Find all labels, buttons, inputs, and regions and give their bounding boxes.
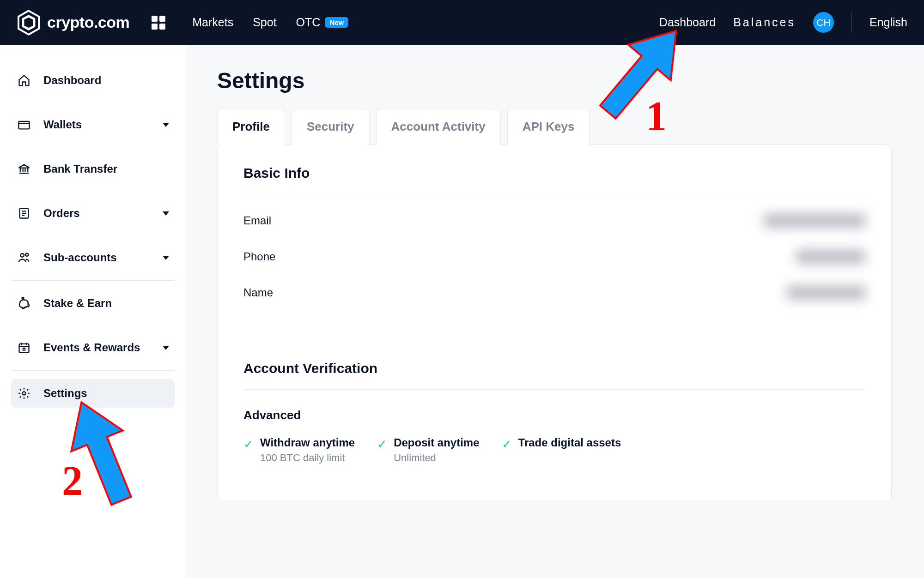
advanced-sublabel: 100 BTC daily limit [260, 452, 355, 464]
sidebar-item-wallets[interactable]: Wallets [11, 110, 175, 139]
advanced-title: Advanced [243, 408, 865, 422]
app-switcher-icon[interactable] [152, 16, 165, 30]
sidebar-item-sub-accounts[interactable]: Sub-accounts [11, 243, 175, 272]
settings-tabs: Profile Security Account Activity API Ke… [217, 109, 892, 145]
basic-info-title: Basic Info [243, 165, 865, 181]
home-icon [17, 73, 31, 88]
advanced-item-withdraw: ✓ Withdraw anytime 100 BTC daily limit [243, 436, 355, 464]
field-label-phone: Phone [243, 250, 275, 263]
page-title: Settings [217, 68, 892, 93]
brand-logo-icon [17, 9, 41, 36]
field-label-name: Name [243, 286, 273, 299]
nav-link-otc[interactable]: OTC New [296, 16, 349, 29]
sidebar-item-bank-transfer[interactable]: Bank Transfer [11, 155, 175, 183]
sidebar-item-events-rewards[interactable]: Events & Rewards [11, 333, 175, 362]
sidebar-item-label: Bank Transfer [43, 163, 117, 175]
top-nav-right: Dashboard Balances CH English [659, 12, 907, 33]
nav-link-spot[interactable]: Spot [253, 16, 276, 29]
divider [243, 195, 865, 195]
wallet-icon [17, 117, 31, 132]
field-value-phone-redacted [796, 250, 865, 264]
language-selector[interactable]: English [869, 16, 907, 29]
piggy-icon [17, 296, 31, 311]
account-verification-title: Account Verification [243, 361, 865, 376]
gear-icon [17, 386, 31, 401]
badge-new: New [325, 17, 348, 28]
nav-link-dashboard[interactable]: Dashboard [659, 16, 716, 29]
avatar[interactable]: CH [813, 12, 834, 33]
nav-link-otc-label: OTC [296, 16, 321, 29]
tab-security[interactable]: Security [292, 109, 370, 145]
svg-point-9 [23, 392, 26, 395]
top-nav-left: crypto.com Markets Spot OTC New [17, 9, 348, 36]
sidebar-item-label: Wallets [43, 118, 82, 131]
users-icon [17, 250, 31, 265]
advanced-sublabel: Unlimited [394, 452, 479, 464]
svg-marker-2 [24, 17, 33, 28]
top-nav-links: Markets Spot OTC New [192, 16, 348, 29]
sidebar-item-dashboard[interactable]: Dashboard [11, 66, 175, 95]
chevron-down-icon [163, 123, 169, 127]
advanced-item-deposit: ✓ Deposit anytime Unlimited [377, 436, 479, 464]
chevron-down-icon [163, 256, 169, 260]
brand-logo[interactable]: crypto.com [17, 9, 129, 36]
field-row-email: Email [243, 214, 865, 228]
advanced-item-trade: ✓ Trade digital assets [502, 436, 621, 464]
advanced-features-row: ✓ Withdraw anytime 100 BTC daily limit ✓… [243, 436, 865, 464]
field-value-name-redacted [787, 286, 865, 300]
sidebar-item-label: Dashboard [43, 74, 101, 87]
calendar-star-icon [17, 340, 31, 355]
check-icon: ✓ [377, 437, 387, 452]
svg-point-5 [21, 253, 24, 257]
sidebar-item-label: Events & Rewards [43, 341, 140, 354]
advanced-label: Trade digital assets [518, 436, 621, 449]
sidebar-item-orders[interactable]: Orders [11, 199, 175, 228]
sidebar-item-label: Settings [43, 387, 87, 400]
sidebar-item-stake-earn[interactable]: Stake & Earn [11, 289, 175, 318]
brand-logo-text: crypto.com [47, 13, 129, 31]
sidebar-item-label: Sub-accounts [43, 251, 117, 264]
tab-api-keys[interactable]: API Keys [507, 109, 590, 145]
tab-account-activity[interactable]: Account Activity [376, 109, 501, 145]
bank-icon [17, 162, 31, 176]
advanced-label: Withdraw anytime [260, 436, 355, 449]
main-content: Settings Profile Security Account Activi… [186, 45, 924, 578]
svg-rect-3 [18, 121, 29, 129]
field-value-email-redacted [764, 214, 865, 228]
check-icon: ✓ [502, 437, 512, 452]
avatar-initials: CH [816, 17, 830, 28]
field-row-phone: Phone [243, 250, 865, 264]
orders-icon [17, 206, 31, 221]
profile-card: Basic Info Email Phone Name Account Veri… [217, 144, 892, 501]
sidebar-divider [11, 370, 175, 371]
divider [851, 12, 852, 33]
check-icon: ✓ [243, 437, 254, 452]
sidebar-item-label: Stake & Earn [43, 297, 112, 310]
chevron-down-icon [163, 346, 169, 350]
advanced-label: Deposit anytime [394, 436, 479, 449]
chevron-down-icon [163, 211, 169, 216]
divider [243, 389, 865, 390]
field-label-email: Email [243, 214, 271, 227]
svg-point-7 [22, 297, 24, 299]
sidebar-item-settings[interactable]: Settings [11, 379, 175, 408]
svg-point-6 [25, 253, 28, 256]
field-row-name: Name [243, 286, 865, 300]
tab-profile[interactable]: Profile [217, 109, 285, 145]
sidebar-divider [11, 280, 175, 281]
sidebar: Dashboard Wallets Bank Transfer [0, 45, 186, 578]
sidebar-item-label: Orders [43, 207, 80, 220]
nav-link-balances[interactable]: Balances [733, 16, 796, 29]
top-nav-bar: crypto.com Markets Spot OTC New Dashboar… [0, 0, 924, 45]
nav-link-markets[interactable]: Markets [192, 16, 233, 29]
